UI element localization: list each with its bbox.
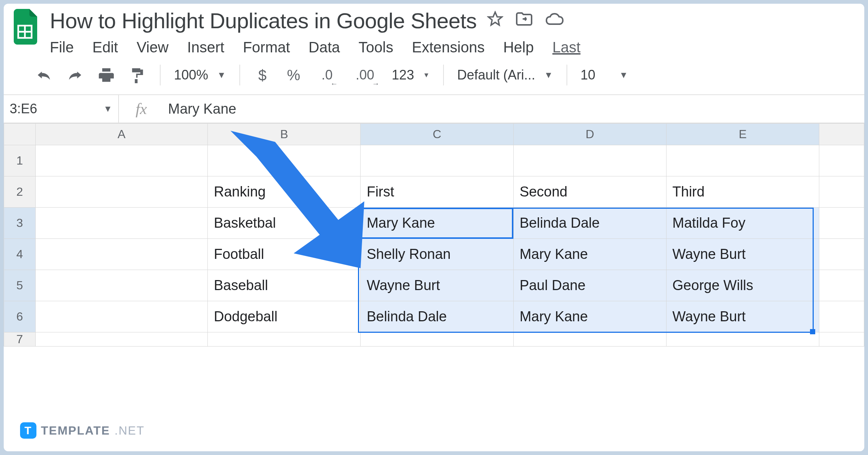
- chevron-down-icon: ▼: [544, 70, 553, 80]
- cell-f4[interactable]: [819, 239, 864, 270]
- menu-view[interactable]: View: [136, 39, 168, 56]
- font-selector[interactable]: Default (Ari... ▼: [457, 67, 553, 83]
- cloud-status-icon[interactable]: [545, 12, 564, 30]
- row-header-7[interactable]: 7: [4, 332, 36, 347]
- col-header-b[interactable]: B: [208, 124, 361, 145]
- percent-button[interactable]: %: [285, 66, 303, 84]
- sheets-logo-icon[interactable]: [11, 8, 41, 45]
- cell-a3[interactable]: [35, 208, 208, 239]
- range-text: 3:E6: [10, 101, 37, 117]
- toolbar: 100% ▼ $ % .0← .00→ 123 ▼ Default (Ari..…: [4, 56, 864, 95]
- decrease-decimal-button[interactable]: .0←: [316, 66, 338, 84]
- cell-e2[interactable]: Third: [666, 176, 819, 208]
- chevron-down-icon: ▼: [103, 104, 112, 114]
- paint-format-icon[interactable]: [129, 66, 146, 84]
- cell-a4[interactable]: [35, 239, 208, 270]
- zoom-value: 100%: [174, 67, 208, 83]
- font-size-value: 10: [581, 67, 596, 83]
- cell-b1[interactable]: [208, 145, 361, 176]
- cell-d7[interactable]: [513, 332, 666, 347]
- row-header-5[interactable]: 5: [4, 270, 36, 301]
- cell-c7[interactable]: [361, 332, 513, 347]
- cell-b7[interactable]: [208, 332, 361, 347]
- cell-a1[interactable]: [35, 145, 208, 176]
- cell-d6[interactable]: Mary Kane: [513, 301, 666, 332]
- cell-d1[interactable]: [513, 145, 666, 176]
- cell-b2[interactable]: Ranking: [208, 176, 361, 208]
- cell-c3[interactable]: Mary Kane: [361, 208, 513, 239]
- watermark-suffix: .NET: [114, 424, 145, 438]
- cell-e4[interactable]: Wayne Burt: [666, 239, 819, 270]
- cell-d2[interactable]: Second: [513, 176, 666, 208]
- cell-e1[interactable]: [666, 145, 819, 176]
- number-format-label: 123: [392, 67, 414, 83]
- cell-a5[interactable]: [35, 270, 208, 301]
- font-size-selector[interactable]: 10 ▼: [581, 67, 628, 83]
- cell-f7[interactable]: [819, 332, 864, 347]
- cell-e7[interactable]: [666, 332, 819, 347]
- watermark: T TEMPLATE.NET: [20, 422, 145, 439]
- cell-a7[interactable]: [35, 332, 208, 347]
- chevron-down-icon: ▼: [423, 71, 430, 79]
- cell-c2[interactable]: First: [361, 176, 513, 208]
- cell-c5[interactable]: Wayne Burt: [361, 270, 513, 301]
- increase-decimal-button[interactable]: .00→: [352, 66, 378, 84]
- cell-c4[interactable]: Shelly Ronan: [361, 239, 513, 270]
- row-header-1[interactable]: 1: [4, 145, 36, 176]
- select-all-corner[interactable]: [4, 124, 36, 145]
- col-header-c[interactable]: C: [361, 124, 513, 145]
- menu-format[interactable]: Format: [243, 39, 290, 56]
- cell-d3[interactable]: Belinda Dale: [513, 208, 666, 239]
- row-header-4[interactable]: 4: [4, 239, 36, 270]
- zoom-selector[interactable]: 100% ▼: [174, 67, 226, 83]
- undo-icon[interactable]: [35, 66, 53, 84]
- cell-c1[interactable]: [361, 145, 513, 176]
- menu-tools[interactable]: Tools: [359, 39, 393, 56]
- menu-edit[interactable]: Edit: [92, 39, 118, 56]
- col-header-a[interactable]: A: [35, 124, 208, 145]
- redo-icon[interactable]: [66, 66, 84, 84]
- cell-c6[interactable]: Belinda Dale: [361, 301, 513, 332]
- watermark-text: TEMPLATE: [41, 424, 110, 438]
- cell-f3[interactable]: [819, 208, 864, 239]
- cell-d4[interactable]: Mary Kane: [513, 239, 666, 270]
- cell-f6[interactable]: [819, 301, 864, 332]
- fx-label: fx: [119, 100, 164, 118]
- formula-value[interactable]: Mary Kane: [164, 101, 236, 117]
- cell-a2[interactable]: [35, 176, 208, 208]
- row-header-2[interactable]: 2: [4, 176, 36, 208]
- menu-extensions[interactable]: Extensions: [412, 39, 485, 56]
- cell-e3[interactable]: Matilda Foy: [666, 208, 819, 239]
- row-header-6[interactable]: 6: [4, 301, 36, 332]
- star-icon[interactable]: [487, 11, 503, 31]
- watermark-logo-icon: T: [20, 422, 36, 439]
- menu-file[interactable]: File: [50, 39, 74, 56]
- row-header-3[interactable]: 3: [4, 208, 36, 239]
- font-name: Default (Ari...: [457, 67, 535, 83]
- formula-bar: 3:E6 ▼ fx Mary Kane: [4, 95, 864, 123]
- cell-d5[interactable]: Paul Dane: [513, 270, 666, 301]
- col-header-d[interactable]: D: [513, 124, 666, 145]
- menu-insert[interactable]: Insert: [187, 39, 224, 56]
- menu-data[interactable]: Data: [309, 39, 340, 56]
- cell-f1[interactable]: [819, 145, 864, 176]
- cell-a6[interactable]: [35, 301, 208, 332]
- cell-b4[interactable]: Football: [208, 239, 361, 270]
- cell-b6[interactable]: Dodgeball: [208, 301, 361, 332]
- print-icon[interactable]: [97, 66, 115, 84]
- document-title[interactable]: How to Highlight Duplicates in Google Sh…: [50, 8, 477, 33]
- menu-help[interactable]: Help: [503, 39, 534, 56]
- name-box[interactable]: 3:E6 ▼: [4, 95, 119, 123]
- move-folder-icon[interactable]: [515, 11, 533, 31]
- cell-e5[interactable]: George Wills: [666, 270, 819, 301]
- cell-f5[interactable]: [819, 270, 864, 301]
- cell-f2[interactable]: [819, 176, 864, 208]
- currency-button[interactable]: $: [254, 66, 271, 84]
- col-header-overflow[interactable]: [819, 124, 864, 145]
- number-format-button[interactable]: 123 ▼: [392, 67, 430, 83]
- cell-e6[interactable]: Wayne Burt: [666, 301, 819, 332]
- cell-b5[interactable]: Baseball: [208, 270, 361, 301]
- cell-b3[interactable]: Basketbal: [208, 208, 361, 239]
- menu-last-edit[interactable]: Last: [552, 39, 581, 56]
- col-header-e[interactable]: E: [666, 124, 819, 145]
